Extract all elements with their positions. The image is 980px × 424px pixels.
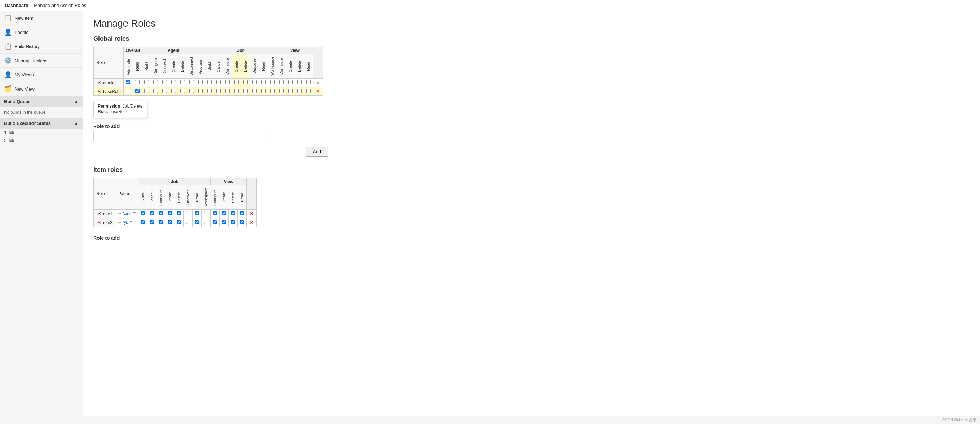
- item-role1-view-create[interactable]: [220, 210, 228, 218]
- item-role1-view-read[interactable]: [237, 210, 247, 218]
- item-role1-job-workspace[interactable]: [202, 210, 210, 218]
- global-admin-job-workspace[interactable]: [268, 78, 277, 87]
- item-role1-job-create-check[interactable]: [168, 211, 172, 215]
- global-admin-job-build[interactable]: [205, 78, 214, 87]
- global-admin-agent-disconnect[interactable]: [187, 78, 196, 87]
- global-admin-agent-create-check[interactable]: [172, 80, 176, 84]
- item-role1-job-configure[interactable]: [156, 210, 165, 218]
- global-delete-admin-btn[interactable]: ✕: [96, 80, 102, 85]
- item-role1-job-discover-check[interactable]: [186, 211, 190, 215]
- global-admin-job-cancel-check[interactable]: [216, 80, 221, 84]
- item-role2-job-configure-check[interactable]: [159, 220, 164, 224]
- global-baserole-job-create-check[interactable]: [234, 89, 239, 93]
- global-admin-job-build-check[interactable]: [207, 80, 212, 84]
- item-role2-view-configure[interactable]: [210, 218, 220, 227]
- global-baserole-view-configure-check[interactable]: [279, 89, 284, 93]
- global-baserole-view-delete[interactable]: [295, 87, 304, 96]
- global-baserole-agent-connect-check[interactable]: [162, 89, 167, 93]
- global-admin-overall-administer[interactable]: [124, 78, 133, 87]
- global-admin-view-delete-check[interactable]: [297, 80, 302, 84]
- global-baserole-job-read[interactable]: [259, 87, 268, 96]
- global-baserole-job-build[interactable]: [205, 87, 214, 96]
- global-admin-agent-delete-check[interactable]: [180, 80, 185, 84]
- item-role1-job-read-check[interactable]: [195, 211, 199, 215]
- global-baserole-agent-build[interactable]: [142, 87, 151, 96]
- item-role1-view-delete[interactable]: [228, 210, 237, 218]
- global-baserole-job-build-check[interactable]: [207, 89, 212, 93]
- add-global-role-button[interactable]: Add: [306, 147, 328, 157]
- item-role1-job-delete[interactable]: [175, 210, 183, 218]
- item-role1-view-delete-check[interactable]: [231, 211, 235, 215]
- item-role2-job-build[interactable]: [138, 218, 148, 227]
- global-baserole-agent-provision[interactable]: [196, 87, 205, 96]
- global-baserole-job-discover-check[interactable]: [252, 89, 257, 93]
- sidebar-item-my-views[interactable]: 👤 My Views: [0, 68, 83, 82]
- global-baserole-agent-build-check[interactable]: [145, 89, 149, 93]
- item-role2-delete-btn-right[interactable]: ✕: [249, 220, 255, 225]
- global-admin-job-delete-check[interactable]: [243, 80, 248, 84]
- global-baserole-agent-connect[interactable]: [160, 87, 169, 96]
- item-role1-pattern-link[interactable]: "xing.*": [123, 211, 136, 216]
- global-baserole-agent-configure-check[interactable]: [153, 89, 158, 93]
- global-baserole-job-read-check[interactable]: [261, 89, 266, 93]
- global-baserole-agent-disconnect[interactable]: [187, 87, 196, 96]
- item-role2-delete-btn-cell[interactable]: ✕: [247, 218, 256, 227]
- global-baserole-delete-btn-right[interactable]: ✕: [315, 89, 321, 94]
- global-baserole-job-configure-check[interactable]: [225, 89, 230, 93]
- build-executor-section[interactable]: Build Executor Status ▲: [0, 118, 83, 129]
- global-baserole-agent-delete-check[interactable]: [180, 89, 185, 93]
- sidebar-item-build-history[interactable]: 📋 Build History: [0, 40, 83, 54]
- global-admin-job-create-check[interactable]: [234, 80, 239, 84]
- item-delete-role1-btn-left[interactable]: ✕: [96, 211, 102, 217]
- global-admin-job-discover-check[interactable]: [252, 80, 257, 84]
- item-role2-job-discover[interactable]: [183, 218, 192, 227]
- global-admin-view-create[interactable]: [286, 78, 295, 87]
- item-role2-job-configure[interactable]: [156, 218, 165, 227]
- global-delete-baserole-btn[interactable]: ✕: [96, 89, 102, 94]
- global-admin-view-configure-check[interactable]: [279, 80, 284, 84]
- item-role1-job-build[interactable]: [138, 210, 148, 218]
- global-admin-job-cancel[interactable]: [214, 78, 223, 87]
- item-role1-view-configure-check[interactable]: [213, 211, 217, 215]
- item-delete-role2-btn-left[interactable]: ✕: [96, 220, 102, 225]
- global-baserole-agent-create[interactable]: [169, 87, 178, 96]
- global-admin-view-read-check[interactable]: [306, 80, 311, 84]
- global-admin-agent-disconnect-check[interactable]: [189, 80, 194, 84]
- global-baserole-view-delete-check[interactable]: [297, 89, 302, 93]
- item-role2-job-cancel[interactable]: [148, 218, 156, 227]
- global-baserole-job-configure[interactable]: [223, 87, 232, 96]
- global-baserole-job-cancel-check[interactable]: [216, 89, 221, 93]
- item-role2-job-delete-check[interactable]: [177, 220, 181, 224]
- item-role2-job-cancel-check[interactable]: [150, 220, 154, 224]
- global-admin-agent-provision[interactable]: [196, 78, 205, 87]
- item-role2-view-read-check[interactable]: [240, 220, 244, 224]
- global-baserole-view-read[interactable]: [304, 87, 313, 96]
- global-admin-agent-create[interactable]: [169, 78, 178, 87]
- item-role2-job-create[interactable]: [165, 218, 175, 227]
- item-role2-edit-icon[interactable]: ✏: [118, 220, 121, 225]
- item-role2-job-read-check[interactable]: [195, 220, 199, 224]
- global-baserole-overall-read[interactable]: [133, 87, 142, 96]
- global-admin-job-discover[interactable]: [250, 78, 259, 87]
- global-admin-overall-read[interactable]: [133, 78, 142, 87]
- item-role1-view-configure[interactable]: [210, 210, 220, 218]
- item-role1-view-create-check[interactable]: [222, 211, 226, 215]
- global-admin-job-workspace-check[interactable]: [270, 80, 275, 84]
- global-admin-job-read[interactable]: [259, 78, 268, 87]
- item-role2-job-discover-check[interactable]: [186, 220, 190, 224]
- sidebar-item-manage-jenkins[interactable]: ⚙️ Manage Jenkins: [0, 54, 83, 68]
- global-baserole-job-workspace[interactable]: [268, 87, 277, 96]
- item-role2-view-create[interactable]: [220, 218, 228, 227]
- item-role1-job-configure-check[interactable]: [159, 211, 164, 215]
- global-admin-job-read-check[interactable]: [261, 80, 266, 84]
- global-baserole-job-delete-check[interactable]: [243, 89, 248, 93]
- item-role2-view-configure-check[interactable]: [213, 220, 217, 224]
- item-role2-job-create-check[interactable]: [168, 220, 172, 224]
- item-role1-job-cancel-check[interactable]: [150, 211, 154, 215]
- global-admin-delete-btn-cell[interactable]: ✕: [313, 78, 323, 87]
- global-baserole-agent-disconnect-check[interactable]: [189, 89, 194, 93]
- global-admin-job-configure-check[interactable]: [225, 80, 230, 84]
- global-admin-view-delete[interactable]: [295, 78, 304, 87]
- global-admin-administer-check[interactable]: [126, 80, 130, 84]
- breadcrumb-home[interactable]: Dashboard: [5, 3, 28, 8]
